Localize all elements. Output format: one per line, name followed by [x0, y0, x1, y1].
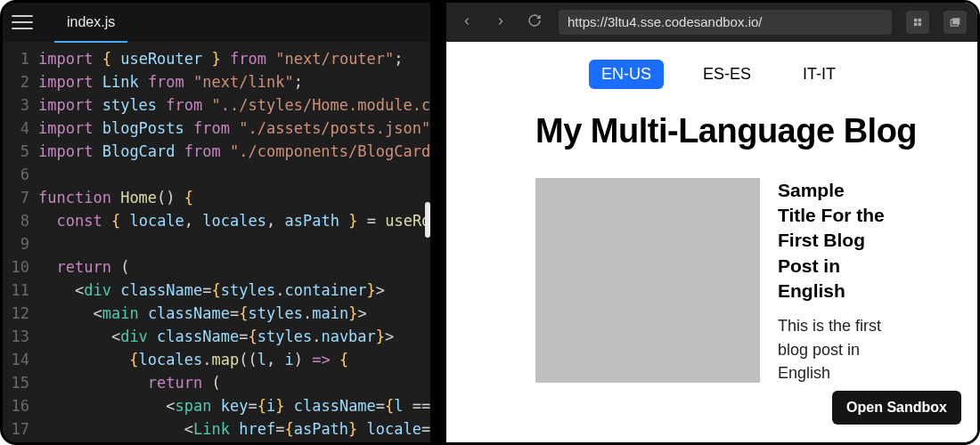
svg-rect-3: [919, 23, 922, 26]
editor-topbar: index.js: [3, 3, 430, 42]
lang-option-es[interactable]: ES-ES: [690, 60, 764, 89]
blog-post-card[interactable]: Sample Title For the First Blog Post in …: [535, 178, 919, 384]
line-number-gutter: 1 2 3 4 5 6 7 8 9 10 11 12 13 14 15 16 1…: [3, 47, 38, 442]
svg-rect-0: [914, 19, 918, 22]
svg-rect-5: [952, 18, 960, 24]
codesandbox-icon[interactable]: [906, 11, 929, 34]
editor-scrollbar-thumb[interactable]: [425, 202, 430, 238]
svg-rect-2: [914, 23, 918, 26]
open-window-icon[interactable]: [943, 11, 967, 34]
post-image-placeholder: [535, 178, 760, 383]
svg-rect-1: [919, 19, 922, 22]
post-excerpt: This is the first blog post in English: [778, 314, 885, 384]
browser-toolbar: https://3ltu4.sse.codesandbox.io/: [446, 3, 977, 42]
menu-icon[interactable]: [12, 12, 33, 33]
url-bar[interactable]: https://3ltu4.sse.codesandbox.io/: [559, 10, 892, 35]
pane-divider[interactable]: [430, 3, 446, 442]
post-title: Sample Title For the First Blog Post in …: [778, 178, 885, 304]
code-area[interactable]: 1 2 3 4 5 6 7 8 9 10 11 12 13 14 15 16 1…: [3, 42, 430, 442]
rendered-page: EN-US ES-ES IT-IT My Multi-Language Blog…: [446, 42, 977, 442]
browser-pane: https://3ltu4.sse.codesandbox.io/ EN-US …: [446, 3, 977, 442]
back-icon[interactable]: [457, 13, 477, 32]
reload-icon[interactable]: [525, 13, 544, 32]
code-editor-pane: index.js 1 2 3 4 5 6 7 8 9 10 11 12 13 1…: [3, 3, 430, 442]
open-sandbox-button[interactable]: Open Sandbox: [832, 391, 961, 425]
forward-icon[interactable]: [491, 13, 510, 32]
code-lines[interactable]: import { useRouter } from "next/router";…: [38, 47, 430, 442]
editor-tab[interactable]: index.js: [54, 2, 127, 43]
lang-option-en[interactable]: EN-US: [589, 60, 664, 89]
lang-option-it[interactable]: IT-IT: [790, 60, 848, 89]
language-nav: EN-US ES-ES IT-IT: [535, 60, 919, 89]
blog-title: My Multi-Language Blog: [535, 112, 919, 151]
